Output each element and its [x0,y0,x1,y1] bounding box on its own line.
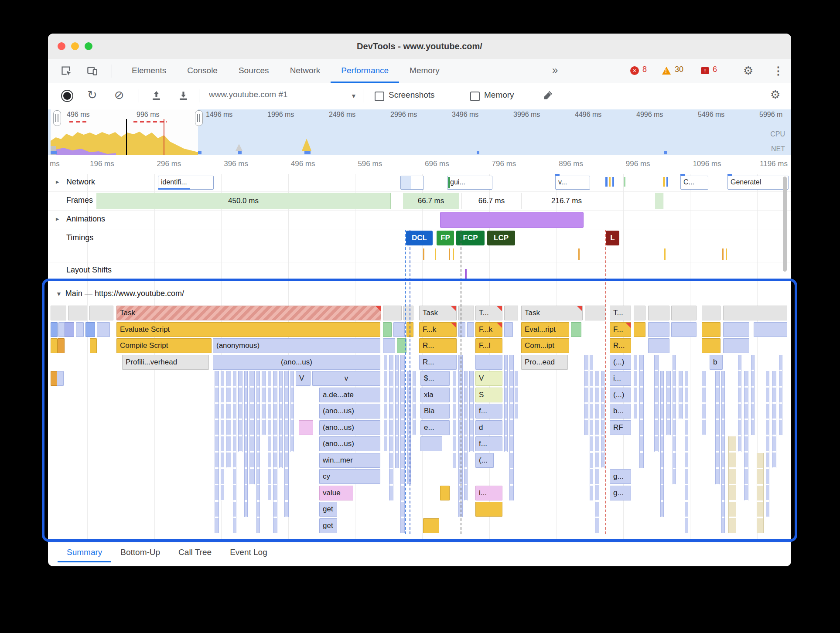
chevron-down-icon[interactable]: ▼ [351,92,357,99]
flame-bar[interactable] [76,322,84,337]
frame-segment[interactable] [655,193,663,209]
flame-bar[interactable]: Eval...ript [521,322,569,337]
animation-bar[interactable] [440,212,584,228]
frame-segment[interactable]: 450.0 ms [96,193,391,209]
timing-badge-lcp[interactable]: LCP [487,231,515,245]
flame-bar[interactable]: (anonymous) [213,338,380,353]
main-thread-header[interactable]: ▼Main — https://www.youtube.com/ [56,289,184,298]
flame-bar[interactable] [754,322,787,337]
flame-bar[interactable] [97,322,110,337]
flame-bar[interactable] [89,306,113,320]
tab-console[interactable]: Console [177,59,228,83]
flame-bar[interactable]: b [710,355,723,370]
flame-bar[interactable]: F...k [475,322,502,337]
flame-bar[interactable]: win...mer [319,453,380,468]
flame-bar[interactable]: Compile Script [116,338,212,353]
flame-bar[interactable]: R... [610,338,631,353]
flame-bar[interactable]: Profili...verhead [122,355,209,370]
flame-bar[interactable]: cy [319,469,380,484]
download-profile-icon[interactable] [178,90,189,103]
flame-bar[interactable]: F... [610,322,631,337]
flame-bar[interactable]: F...k [419,322,457,337]
session-select[interactable]: www.youtube.com #1 [209,90,340,99]
flame-bar[interactable]: b... [610,404,631,419]
flame-bar[interactable] [68,306,87,320]
flame-bar[interactable]: Com...ipt [521,338,569,353]
screenshots-checkbox[interactable] [375,92,384,101]
flame-bar[interactable] [648,338,669,353]
flame-bar[interactable] [723,322,749,337]
flame-bar[interactable] [504,306,518,320]
issue-count[interactable]: 6 [713,65,717,74]
memory-checkbox[interactable] [470,92,480,101]
flame-bar[interactable] [51,306,66,320]
reload-and-record-icon[interactable]: ↻ [87,88,97,102]
flame-bar[interactable]: get [319,518,337,533]
selection-left-handle[interactable] [53,110,61,126]
frame-segment[interactable]: 66.7 ms [403,193,459,209]
flame-bar[interactable]: (...) [610,355,631,370]
network-request[interactable]: C... [680,176,708,190]
flame-bar[interactable] [58,338,65,353]
flame-bar[interactable] [420,436,442,451]
flame-bar[interactable]: value [319,486,353,500]
flame-bar[interactable] [90,338,97,353]
flame-bar[interactable] [57,371,64,386]
flame-bar[interactable]: Task [419,306,457,320]
animations-disclosure-triangle-icon[interactable]: ▸ [56,215,59,223]
kebab-menu-icon[interactable]: ⋮ [773,65,784,77]
flame-bar[interactable]: v [312,371,380,386]
flame-bar[interactable]: i... [610,371,631,386]
flame-bar[interactable] [51,338,58,353]
tab-performance[interactable]: Performance [331,59,399,83]
flame-bar[interactable]: Pro...ead [521,355,568,370]
error-count[interactable]: 8 [642,65,647,74]
flame-bar[interactable]: Bla [420,404,450,419]
flame-bar[interactable] [723,338,749,353]
flame-bar[interactable]: (ano...us) [319,420,380,435]
errors-icon[interactable]: × [630,66,639,75]
performance-overview[interactable]: 496 ms996 ms1496 ms1996 ms2496 ms2996 ms… [48,109,791,156]
flame-bar[interactable] [648,322,669,337]
flame-bar[interactable]: $... [420,371,450,386]
flame-bar[interactable]: V [296,371,311,386]
inspect-element-icon[interactable] [60,65,72,78]
flame-bar[interactable] [475,502,502,517]
flame-bar[interactable]: T... [610,306,631,320]
tab-sources[interactable]: Sources [228,59,280,83]
flame-bar[interactable]: (...) [610,388,631,402]
vertical-scrollbar[interactable] [783,177,787,272]
network-request[interactable]: gui... [447,176,492,190]
more-tabs-icon[interactable]: » [552,64,558,76]
flame-bar[interactable] [475,355,502,370]
bottom-tab-bottom-up[interactable]: Bottom-Up [111,542,169,562]
flame-bar[interactable] [702,338,720,353]
flame-bar[interactable] [585,306,605,320]
flame-bar[interactable] [467,322,474,337]
flame-bar[interactable]: R... [419,355,457,370]
flame-bar[interactable]: S [475,388,502,402]
flame-bar[interactable]: T... [475,306,502,320]
flame-bar[interactable] [440,486,450,500]
flame-bar[interactable] [702,322,720,337]
flame-bar[interactable] [65,322,74,337]
bottom-tab-call-tree[interactable]: Call Tree [169,542,221,562]
flame-bar[interactable]: d [475,420,502,435]
timing-badge-fp[interactable]: FP [437,231,454,245]
flame-bar[interactable] [51,322,58,337]
flame-bar[interactable] [634,306,645,320]
flame-bar[interactable] [671,322,697,337]
flame-bar[interactable]: RF [610,420,631,435]
flame-bar[interactable]: Task [116,306,381,320]
flame-bar[interactable]: get [319,502,337,517]
flame-bar[interactable] [648,306,669,320]
frame-segment[interactable]: 216.7 ms [524,193,609,209]
frame-segment[interactable]: 66.7 ms [461,193,522,209]
bottom-tab-event-log[interactable]: Event Log [221,542,277,562]
flame-bar[interactable] [571,322,581,337]
flame-bar[interactable]: f... [475,404,502,419]
flame-bar[interactable] [383,322,392,337]
flame-bar[interactable]: i... [475,486,502,500]
network-request[interactable]: Generatel [727,176,789,190]
capture-settings-gear-icon[interactable]: ⚙ [770,88,780,102]
